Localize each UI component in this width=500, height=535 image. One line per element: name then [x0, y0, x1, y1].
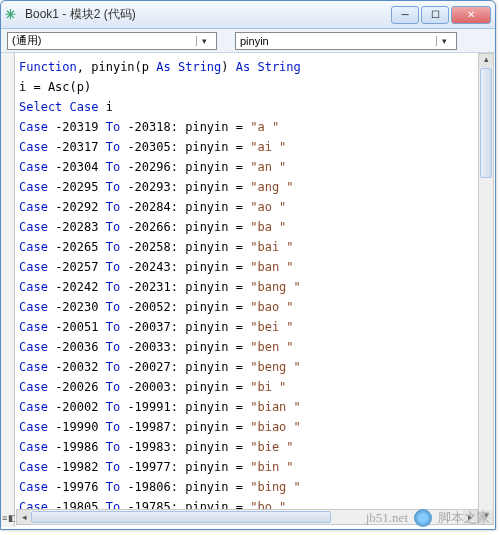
window-title: Book1 - 模块2 (代码): [25, 6, 391, 23]
code-line[interactable]: Case -20257 To -20243: pinyin = "ban ": [19, 257, 489, 277]
code-line[interactable]: Case -19986 To -19983: pinyin = "bie ": [19, 437, 489, 457]
code-line[interactable]: Case -20319 To -20318: pinyin = "a ": [19, 117, 489, 137]
code-line[interactable]: Case -20032 To -20027: pinyin = "beng ": [19, 357, 489, 377]
code-line[interactable]: Case -20317 To -20305: pinyin = "ai ": [19, 137, 489, 157]
chevron-down-icon: ▾: [436, 36, 452, 46]
vertical-scrollbar[interactable]: ▴ ▾: [478, 53, 494, 525]
minimize-button[interactable]: ─: [391, 6, 419, 24]
chevron-down-icon: ▾: [196, 36, 212, 46]
code-window: ✳ Book1 - 模块2 (代码) ─ ☐ ✕ (通用) ▾ pinyin ▾…: [0, 0, 496, 530]
code-line[interactable]: Case -20002 To -19991: pinyin = "bian ": [19, 397, 489, 417]
code-line[interactable]: Case -20304 To -20296: pinyin = "an ": [19, 157, 489, 177]
titlebar[interactable]: ✳ Book1 - 模块2 (代码) ─ ☐ ✕: [1, 1, 495, 29]
scroll-thumb[interactable]: [480, 68, 492, 178]
code-line[interactable]: Case -19982 To -19977: pinyin = "bin ": [19, 457, 489, 477]
watermark-brand: 脚本之家: [438, 509, 490, 527]
code-line[interactable]: Function, pinyin(p As String) As String: [19, 57, 489, 77]
maximize-button[interactable]: ☐: [421, 6, 449, 24]
scroll-left-icon[interactable]: ◂: [17, 510, 31, 524]
code-line[interactable]: Case -19990 To -19987: pinyin = "biao ": [19, 417, 489, 437]
view-mode-gutter[interactable]: ≡ ◧: [1, 53, 15, 527]
scroll-thumb[interactable]: [31, 511, 331, 523]
watermark-logo-icon: [414, 509, 432, 527]
code-line[interactable]: Case -20230 To -20052: pinyin = "bao ": [19, 297, 489, 317]
code-line[interactable]: Case -20051 To -20037: pinyin = "bei ": [19, 317, 489, 337]
code-line[interactable]: Case -20295 To -20293: pinyin = "ang ": [19, 177, 489, 197]
object-combobox[interactable]: (通用) ▾: [7, 32, 217, 50]
code-line[interactable]: i = Asc(p): [19, 77, 489, 97]
procedure-combobox-value: pinyin: [240, 35, 436, 47]
app-icon: ✳: [5, 7, 21, 23]
code-line[interactable]: Case -20265 To -20258: pinyin = "bai ": [19, 237, 489, 257]
code-line[interactable]: Case -20036 To -20033: pinyin = "ben ": [19, 337, 489, 357]
toolbar: (通用) ▾ pinyin ▾: [1, 29, 495, 53]
code-line[interactable]: Case -19976 To -19806: pinyin = "bing ": [19, 477, 489, 497]
watermark: jb51.net 脚本之家: [366, 509, 490, 527]
code-area: ≡ ◧ Function, pinyin(p As String) As Str…: [1, 53, 495, 527]
close-button[interactable]: ✕: [451, 6, 491, 24]
scroll-up-icon[interactable]: ▴: [479, 54, 493, 68]
code-line[interactable]: Case -20242 To -20231: pinyin = "bang ": [19, 277, 489, 297]
window-buttons: ─ ☐ ✕: [391, 6, 491, 24]
object-combobox-value: (通用): [12, 33, 196, 48]
code-line[interactable]: Select Case i: [19, 97, 489, 117]
code-line[interactable]: Case -20283 To -20266: pinyin = "ba ": [19, 217, 489, 237]
code-editor[interactable]: Function, pinyin(p As String) As Stringi…: [15, 53, 495, 527]
procedure-combobox[interactable]: pinyin ▾: [235, 32, 457, 50]
code-line[interactable]: Case -20026 To -20003: pinyin = "bi ": [19, 377, 489, 397]
procedure-view-icon[interactable]: ≡: [2, 513, 7, 523]
watermark-url: jb51.net: [366, 510, 408, 526]
code-line[interactable]: Case -20292 To -20284: pinyin = "ao ": [19, 197, 489, 217]
